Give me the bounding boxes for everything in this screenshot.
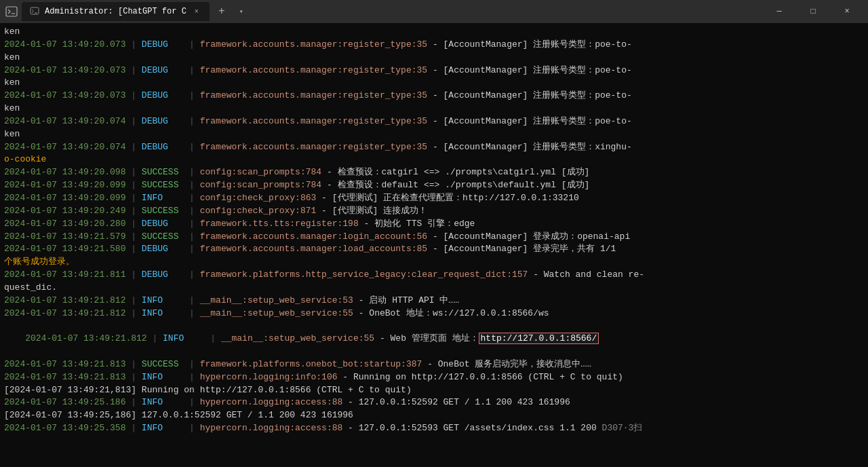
terminal-body: ken 2024-01-07 13:49:20.073 | DEBUG | fr… — [0, 23, 868, 467]
terminal-line: 2024-01-07 13:49:20.073 | DEBUG | framew… — [4, 90, 864, 102]
terminal-line: 个账号成功登录。 — [4, 256, 864, 269]
terminal-line: 2024-01-07 13:49:21.580 | DEBUG | framew… — [4, 243, 864, 256]
terminal-line: 2024-01-07 13:49:21.811 | DEBUG | framew… — [4, 269, 864, 282]
tab-bar: Administrator: [ChatGPT for C × + ▾ — [22, 2, 764, 21]
terminal-line: o-cookie — [4, 153, 864, 166]
terminal-line: 2024-01-07 13:49:21.813 | SUCCESS | fram… — [4, 358, 864, 371]
titlebar-left: Administrator: [ChatGPT for C × + ▾ — [5, 2, 764, 21]
terminal-line-highlight: 2024-01-07 13:49:21.812 | INFO | __main_… — [4, 320, 864, 358]
terminal-line: 2024-01-07 13:49:20.099 | INFO | config:… — [4, 192, 864, 205]
terminal-line: ken — [4, 52, 864, 64]
titlebar: Administrator: [ChatGPT for C × + ▾ ─ □ … — [0, 0, 868, 23]
terminal-line: 2024-01-07 13:49:25.358 | INFO | hyperco… — [4, 422, 864, 435]
maximize-button[interactable]: □ — [797, 0, 829, 23]
minimize-button[interactable]: ─ — [764, 0, 795, 23]
new-tab-button[interactable]: + — [212, 2, 231, 21]
terminal-line: ken — [4, 128, 864, 141]
terminal-line: 2024-01-07 13:49:20.280 | DEBUG | framew… — [4, 218, 864, 231]
terminal-line: ken — [4, 26, 864, 39]
svg-rect-0 — [6, 7, 17, 16]
tab-dropdown-button[interactable]: ▾ — [234, 4, 249, 19]
terminal-line: 2024-01-07 13:49:21.813 | INFO | hyperco… — [4, 371, 864, 384]
tab-close-button[interactable]: × — [192, 7, 201, 16]
terminal-line: 2024-01-07 13:49:21.812 | INFO | __main_… — [4, 295, 864, 307]
terminal-line: ken — [4, 77, 864, 90]
terminal-line: 2024-01-07 13:49:20.073 | DEBUG | framew… — [4, 64, 864, 77]
terminal-line: [2024-01-07 13:49:21,813] Running on htt… — [4, 384, 864, 397]
terminal-line: quest_dic. — [4, 282, 864, 295]
terminal-icon — [5, 5, 18, 18]
terminal-line: 2024-01-07 13:49:20.074 | DEBUG | framew… — [4, 141, 864, 154]
terminal-line: ken — [4, 102, 864, 115]
terminal-line: 2024-01-07 13:49:20.073 | DEBUG | framew… — [4, 39, 864, 52]
close-button[interactable]: × — [831, 0, 863, 23]
tab-icon — [30, 7, 39, 16]
tab-title: Administrator: [ChatGPT for C — [45, 7, 186, 16]
terminal-line: 2024-01-07 13:49:20.098 | SUCCESS | conf… — [4, 166, 864, 179]
terminal-line: 2024-01-07 13:49:20.249 | SUCCESS | conf… — [4, 205, 864, 218]
window-controls: ─ □ × — [764, 0, 863, 23]
terminal-line: [2024-01-07 13:49:25,186] 127.0.0.1:5259… — [4, 409, 864, 422]
terminal-line: 2024-01-07 13:49:21.812 | INFO | __main_… — [4, 307, 864, 320]
terminal-line: 2024-01-07 13:49:25.186 | INFO | hyperco… — [4, 396, 864, 409]
terminal-line: 2024-01-07 13:49:20.099 | SUCCESS | conf… — [4, 179, 864, 192]
tab-active[interactable]: Administrator: [ChatGPT for C × — [22, 2, 210, 21]
terminal-line: 2024-01-07 13:49:20.074 | DEBUG | framew… — [4, 115, 864, 128]
url-highlight: http://127.0.0.1:8566/ — [479, 333, 599, 344]
terminal-line: 2024-01-07 13:49:21.579 | SUCCESS | fram… — [4, 231, 864, 244]
